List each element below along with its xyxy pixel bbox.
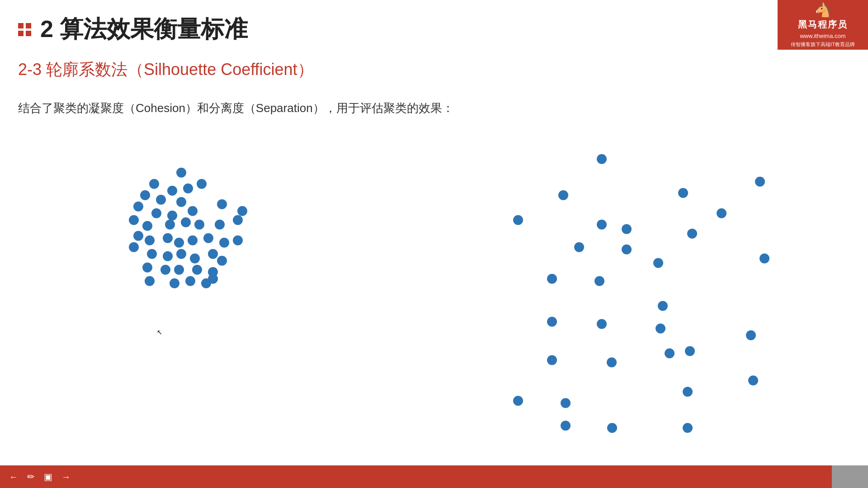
- cursor-pointer: ↖: [154, 326, 165, 337]
- clustered-dot: [208, 274, 218, 284]
- toolbar: ← ✏ ▣ →: [0, 465, 868, 488]
- toolbar-progress: [832, 465, 868, 488]
- scattered-dot: [685, 346, 695, 356]
- clustered-dot: [176, 249, 186, 259]
- clustered-dot: [133, 202, 143, 211]
- clustered-dot: [233, 215, 243, 225]
- page-title: 2 算法效果衡量标准: [40, 14, 248, 45]
- scattered-dot: [597, 154, 607, 164]
- scattered-dot: [597, 319, 607, 329]
- scattered-dot: [547, 317, 557, 327]
- clustered-dot: [237, 206, 247, 216]
- clustered-dot: [208, 249, 218, 259]
- scattered-dot: [513, 396, 523, 406]
- logo-url: www.itheima.com: [800, 33, 845, 39]
- scattered-dot: [717, 208, 726, 218]
- clustered-dot: [203, 233, 213, 243]
- clustered-dot: [233, 235, 243, 245]
- scattered-dot: [547, 274, 557, 284]
- scattered-dot: [755, 177, 765, 187]
- logo: 🐴 黑马程序员 www.itheima.com 传智播客旗下高端IT教育品牌: [778, 0, 868, 50]
- scattered-dot: [574, 242, 584, 252]
- scatter-plot: ↖: [0, 131, 868, 412]
- toolbar-back-icon[interactable]: ←: [9, 472, 18, 482]
- clustered-dot: [167, 186, 177, 196]
- scattered-dot: [746, 330, 756, 340]
- clustered-dot: [185, 276, 195, 286]
- scattered-dot: [656, 324, 665, 333]
- scattered-dot: [760, 253, 769, 263]
- clustered-dot: [147, 249, 157, 259]
- clustered-dot: [188, 206, 198, 216]
- clustered-dot: [140, 190, 150, 200]
- toolbar-edit-icon[interactable]: ✏: [27, 471, 35, 482]
- scattered-dot: [607, 357, 617, 367]
- clustered-dot: [156, 195, 166, 205]
- clustered-dot: [151, 208, 161, 218]
- clustered-dot: [181, 217, 191, 227]
- scattered-dot: [547, 355, 557, 365]
- scattered-dot: [594, 276, 604, 286]
- clustered-dot: [129, 215, 139, 225]
- clustered-dot: [188, 235, 198, 245]
- scattered-dot: [687, 229, 697, 239]
- clustered-dot: [190, 253, 200, 263]
- page-header: 2 算法效果衡量标准: [0, 0, 868, 54]
- clustered-dot: [142, 221, 152, 231]
- clustered-dot: [149, 179, 159, 189]
- clustered-dot: [194, 220, 204, 230]
- clustered-dot: [217, 256, 227, 266]
- clustered-dot: [165, 220, 175, 230]
- scattered-dot: [607, 423, 617, 433]
- clustered-dot: [163, 251, 173, 261]
- toolbar-forward-icon[interactable]: →: [61, 472, 71, 482]
- clustered-dot: [217, 199, 227, 209]
- scattered-dot: [683, 387, 693, 397]
- scattered-dot: [561, 398, 571, 408]
- logo-horse-icon: 🐴: [815, 2, 831, 18]
- scattered-dot: [683, 423, 693, 433]
- header-icon: [18, 23, 31, 36]
- scattered-dot: [748, 375, 758, 385]
- scattered-dot: [653, 258, 663, 268]
- clustered-dot: [145, 276, 155, 286]
- clustered-dot: [215, 220, 225, 230]
- logo-tagline: 传智播客旗下高端IT教育品牌: [791, 41, 855, 48]
- logo-brand: 黑马程序员: [798, 19, 848, 31]
- clustered-dot: [160, 265, 170, 275]
- scattered-dot: [561, 421, 571, 431]
- clustered-dot: [176, 168, 186, 178]
- clustered-dot: [174, 238, 184, 248]
- clustered-dot: [145, 235, 155, 245]
- scattered-dot: [678, 188, 688, 198]
- clustered-dot: [176, 197, 186, 207]
- scattered-dot: [597, 220, 607, 230]
- clustered-dot: [170, 278, 179, 288]
- clustered-dot: [197, 179, 207, 189]
- scattered-dot: [622, 244, 632, 254]
- section-subtitle: 2-3 轮廓系数法（Silhouette Coefficient）: [0, 54, 868, 90]
- clustered-dot: [183, 183, 193, 193]
- clustered-dot: [167, 211, 177, 221]
- clustered-dot: [129, 242, 139, 252]
- scattered-dot: [665, 348, 675, 358]
- clustered-dot: [142, 263, 152, 272]
- scattered-dot: [622, 224, 632, 234]
- clustered-dot: [163, 233, 173, 243]
- clustered-dot: [133, 231, 143, 241]
- clustered-dot: [174, 265, 184, 275]
- clustered-dot: [192, 265, 202, 275]
- scattered-dot: [513, 215, 523, 225]
- toolbar-fullscreen-icon[interactable]: ▣: [44, 471, 52, 482]
- clustered-dot: [219, 238, 229, 248]
- scattered-dot: [658, 301, 668, 311]
- description-text: 结合了聚类的凝聚度（Cohesion）和分离度（Separation），用于评估…: [0, 90, 868, 127]
- scattered-dot: [558, 190, 568, 200]
